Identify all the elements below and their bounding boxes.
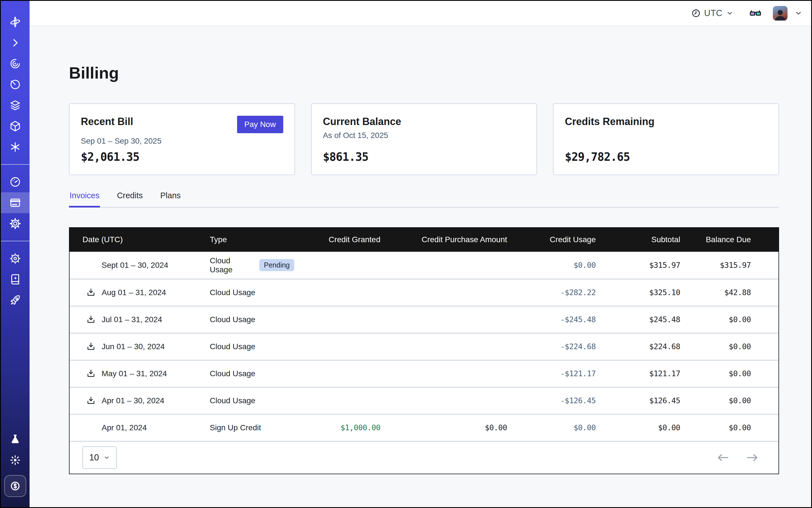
subtotal-value: $0.00 [597, 423, 681, 432]
credit-granted-value: $1,000.00 [294, 423, 382, 432]
invoice-date: Apr 01 – 30, 2024 [102, 396, 164, 405]
summary-cards: Recent Bill Pay Now Sep 01 – Sep 30, 202… [69, 103, 779, 175]
sidebar-item-asterisk[interactable] [1, 140, 30, 154]
download-invoice-button[interactable] [86, 342, 102, 352]
download-invoice-button[interactable] [86, 369, 102, 379]
previous-page-button[interactable] [717, 453, 729, 462]
invoices-table: Date (UTC) Type Credit Granted Credit Pu… [69, 227, 779, 474]
column-header-type: Type [199, 235, 294, 244]
balance-due-value: $315.97 [681, 261, 778, 269]
arrow-right-icon [746, 453, 759, 462]
sidebar-divider [1, 164, 30, 165]
table-row: Jun 01 – 30, 2024 Cloud Usage -$224.68 $… [70, 333, 778, 360]
invoice-date: Aug 01 – 31, 2024 [102, 288, 166, 297]
chevron-right-icon [9, 37, 22, 49]
credit-usage-value: -$224.68 [508, 342, 597, 351]
sun-icon [9, 454, 22, 466]
column-header-credit-usage: Credit Usage [508, 235, 597, 244]
sidebar-item-theme[interactable] [1, 454, 30, 467]
subtotal-value: $315.97 [597, 261, 681, 269]
layers-icon [9, 99, 22, 112]
download-icon [86, 369, 96, 379]
sidebar-item-labs[interactable] [1, 433, 30, 446]
credit-usage-value: -$121.17 [508, 369, 597, 378]
subtotal-value: $325.10 [597, 288, 681, 297]
sidebar-item-getting-started[interactable] [1, 294, 30, 307]
table-row: Aug 01 – 31, 2024 Cloud Usage -$282.22 $… [70, 279, 778, 306]
sidebar-item-support[interactable] [1, 252, 30, 265]
invoice-type: Sign Up Credit [210, 423, 261, 432]
download-invoice-button[interactable] [86, 314, 102, 325]
sidebar-item-cube[interactable] [1, 120, 30, 133]
invoice-date-cell: Jul 01 – 31, 2024 [70, 314, 199, 325]
pay-now-button[interactable]: Pay Now [237, 116, 283, 133]
sidebar-item-billing[interactable] [1, 192, 30, 213]
credit-usage-value: -$245.48 [508, 315, 597, 324]
download-icon [86, 396, 96, 406]
invoice-type-cell: Cloud Usage [199, 315, 294, 324]
chevron-down-icon [794, 9, 803, 17]
timer-icon [9, 78, 22, 91]
invoice-table-body: Sept 01 – 30, 2024 Cloud Usage Pending $… [70, 252, 778, 441]
balance-due-value: $0.00 [681, 342, 778, 351]
invoice-type: Cloud Usage [210, 256, 254, 274]
sidebar [1, 1, 30, 507]
card-amount: $29,782.65 [565, 151, 767, 163]
helm-icon [9, 252, 22, 265]
gauge-icon [9, 176, 22, 188]
credit-usage-value: $0.00 [508, 423, 597, 432]
invoice-date-cell: Sept 01 – 30, 2024 [70, 260, 199, 270]
tab-plans[interactable]: Plans [160, 191, 181, 207]
tab-invoices[interactable]: Invoices [69, 191, 100, 207]
sidebar-item-iris[interactable] [1, 57, 30, 70]
flask-icon [9, 433, 22, 446]
table-row: May 01 – 31, 2024 Cloud Usage -$121.17 $… [70, 360, 778, 387]
invoice-date: Apr 01, 2024 [102, 423, 147, 432]
download-invoice-button[interactable] [86, 396, 102, 406]
sidebar-item-settings[interactable] [1, 217, 30, 230]
column-header-credit-granted: Credit Granted [294, 235, 382, 244]
card-title: Current Balance [323, 116, 401, 128]
column-header-subtotal: Subtotal [597, 235, 681, 244]
invoice-date: Jun 01 – 30, 2024 [102, 342, 165, 351]
subtotal-value: $121.17 [597, 369, 681, 378]
sidebar-item-docs[interactable] [1, 273, 30, 286]
app-window: UTC Billing Recent Bill Pay Now [0, 0, 812, 508]
invoice-date: Jul 01 – 31, 2024 [102, 315, 162, 324]
invoice-type: Cloud Usage [210, 315, 255, 324]
page-size-select[interactable]: 10 [83, 446, 117, 469]
user-avatar[interactable] [773, 6, 787, 20]
invoice-type: Cloud Usage [210, 288, 255, 297]
sidebar-item-credits[interactable] [4, 475, 26, 497]
download-icon [86, 314, 96, 325]
subtotal-value: $224.68 [597, 342, 681, 351]
sidebar-item-timer[interactable] [1, 78, 30, 91]
sidebar-item-logo[interactable] [1, 15, 30, 29]
next-page-button[interactable] [746, 453, 759, 462]
invoice-type-cell: Sign Up Credit [199, 423, 294, 432]
sidebar-item-layers[interactable] [1, 99, 30, 112]
balance-due-value: $0.00 [681, 369, 778, 378]
tab-credits[interactable]: Credits [116, 191, 143, 207]
subtotal-value: $126.45 [597, 396, 681, 405]
pagination: 10 [70, 441, 778, 474]
user-menu-button[interactable] [794, 9, 803, 17]
arrow-left-icon [717, 453, 729, 462]
balance-due-value: $0.00 [681, 423, 778, 432]
table-header: Date (UTC) Type Credit Granted Credit Pu… [70, 228, 778, 252]
asterisk-icon [9, 141, 22, 153]
column-header-balance-due: Balance Due [681, 235, 778, 244]
sidebar-item-expand[interactable] [1, 36, 30, 49]
book-sparkle-icon [9, 273, 22, 286]
sidebar-item-dashboard[interactable] [1, 175, 30, 188]
appearance-toggle[interactable] [749, 7, 762, 19]
balance-due-value: $42.88 [681, 288, 778, 297]
timezone-selector[interactable]: UTC [691, 8, 734, 18]
pending-badge: Pending [259, 259, 294, 271]
invoice-type-cell: Cloud Usage [199, 396, 294, 405]
download-invoice-button[interactable] [86, 288, 102, 298]
card-title: Credits Remaining [565, 116, 654, 128]
page-size-value: 10 [89, 453, 99, 463]
card-title: Recent Bill [81, 116, 133, 128]
invoice-date-cell: Apr 01, 2024 [70, 423, 199, 433]
